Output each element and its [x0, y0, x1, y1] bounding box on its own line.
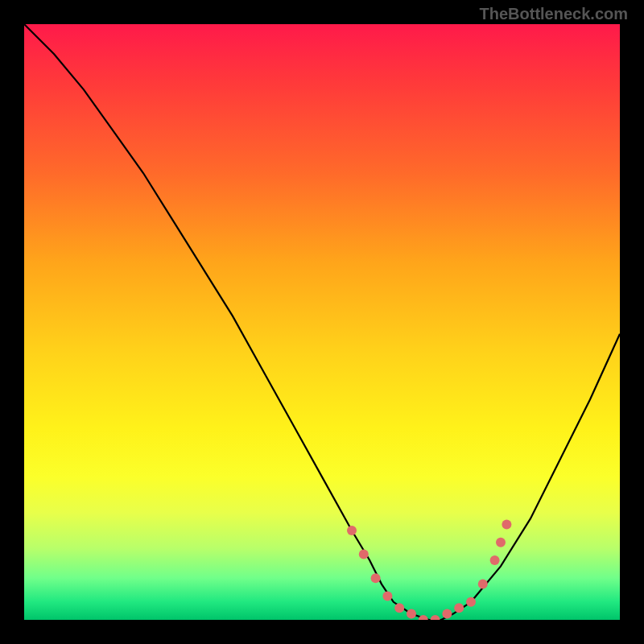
highlight-dot [442, 609, 452, 619]
highlight-dot [394, 603, 404, 613]
highlight-dot [502, 520, 511, 530]
highlight-dot [419, 615, 428, 620]
highlight-dot [496, 538, 506, 547]
bottleneck-curve [24, 24, 620, 620]
chart-plot-area [24, 24, 620, 620]
highlight-dot [382, 591, 392, 601]
highlight-dot [454, 603, 464, 613]
watermark-text: TheBottleneck.com [480, 5, 628, 23]
highlight-dot [431, 615, 440, 620]
highlight-dot [466, 597, 476, 607]
highlight-dot [490, 555, 500, 565]
highlight-dot [407, 609, 416, 619]
highlight-dot [359, 550, 369, 559]
highlight-dot [478, 580, 488, 589]
highlight-dot [347, 526, 357, 535]
highlight-dot [371, 573, 381, 583]
